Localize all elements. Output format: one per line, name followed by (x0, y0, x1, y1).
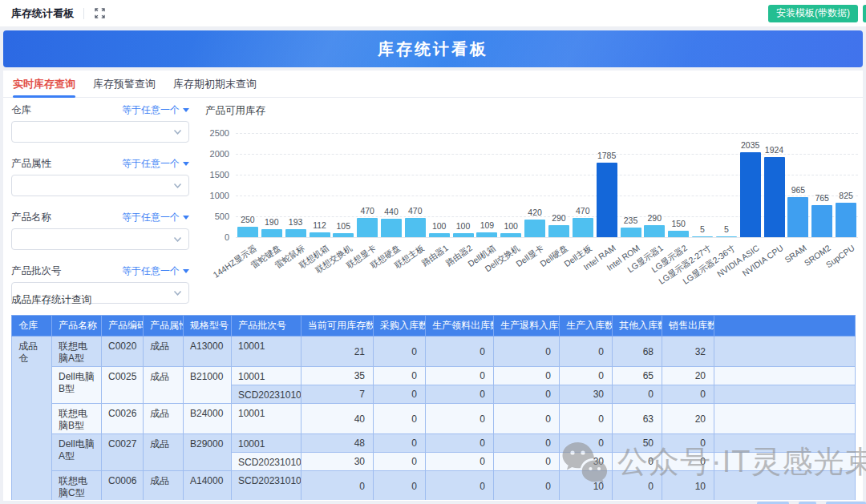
bar-LG显示器1[interactable] (644, 225, 665, 237)
quantity-cell: 21 (301, 337, 374, 367)
filter-label: 产品属性 (11, 157, 51, 171)
tab-label: 实时库存查询 (13, 77, 75, 91)
bar-value-label: 5 (724, 224, 729, 234)
warehouse-select[interactable] (11, 121, 189, 143)
bar-value-label: 100 (504, 221, 518, 231)
bar-NVIDIA ASIC[interactable] (740, 152, 761, 237)
quantity-cell: 0 (374, 471, 426, 501)
bar-SupCPU[interactable] (836, 203, 856, 237)
table-row[interactable]: 联想电脑B型C0026成品B24000100014000006320 (12, 404, 856, 434)
quantity-cell: 0 (426, 453, 494, 471)
table-row[interactable]: 联想电脑C型C0006成品A14000SCD202310100010000100… (12, 471, 856, 501)
bar-value-label: 1785 (597, 151, 616, 160)
bar-LG显示器2[interactable] (668, 231, 689, 237)
quantity-cell: 0 (560, 337, 613, 367)
filter-operator-dropdown[interactable]: 等于任意一个 (122, 103, 189, 117)
product-name-cell: 联想电脑C型 (52, 471, 102, 501)
quantity-cell: 10 (560, 471, 613, 501)
spec-cell: B24000 (184, 404, 232, 434)
bar-SROM2[interactable] (811, 205, 832, 237)
bar-Intel ROM[interactable] (621, 228, 641, 237)
filter-operator-dropdown[interactable]: 等于任意一个 (122, 211, 189, 224)
bar-联想主板[interactable] (405, 218, 426, 237)
quantity-cell: 0 (494, 434, 560, 453)
bar-Intel RAM[interactable] (597, 163, 617, 237)
filter-operator-dropdown[interactable]: 等于任意一个 (122, 264, 189, 278)
bar-value-label: 470 (408, 206, 423, 216)
chevron-down-icon (173, 183, 182, 189)
inventory-dashboard-screen: 库存统计看板 安装模板(带数据) 库存统计看板 实时库存查询 库存预警查询 (0, 0, 866, 504)
filter-operator-dropdown[interactable]: 等于任意一个 (122, 157, 189, 171)
column-header (714, 316, 856, 337)
bar-联想交换机[interactable] (333, 233, 354, 237)
spec-cell: B21000 (184, 367, 232, 404)
quantity-cell: 0 (374, 337, 426, 367)
filler-cell (714, 434, 856, 453)
table-row[interactable]: Dell电脑A型C0027成品B2900010001480000500 (12, 434, 856, 453)
product-attr-cell: 成品 (144, 471, 184, 501)
table-row[interactable]: 成品仓联想电脑A型C0020成品A13000100012100006832 (12, 337, 856, 367)
tab-inventory-warning[interactable]: 库存预警查询 (91, 71, 157, 98)
operator-label: 等于任意一个 (122, 103, 180, 117)
chevron-down-icon (173, 290, 182, 296)
product-name-select[interactable] (11, 228, 189, 250)
bar-value-label: 5 (700, 224, 705, 234)
bar-Dell主板[interactable] (573, 218, 593, 237)
quantity-cell: 0 (494, 404, 560, 434)
bar-Dell硬盘[interactable] (548, 225, 569, 237)
bar-联想显卡[interactable] (357, 218, 378, 237)
bar-Dell交换机[interactable] (500, 233, 521, 237)
product-name-cell: 联想电脑B型 (52, 404, 102, 434)
bar-value-label: 100 (432, 221, 447, 231)
quantity-cell: 32 (662, 337, 714, 367)
quantity-cell: 48 (301, 434, 374, 453)
fullscreen-button[interactable] (92, 6, 107, 21)
quantity-cell: 0 (374, 434, 426, 453)
bar-value-label: 470 (576, 206, 590, 216)
bar-value-label: 420 (528, 208, 542, 217)
bar-value-label: 150 (671, 219, 686, 228)
bar-LG显示器2-36寸[interactable] (716, 236, 737, 237)
bar-LG显示器2-27寸[interactable] (692, 236, 713, 237)
filler-cell (714, 385, 856, 404)
bar-value-label: 470 (360, 206, 374, 216)
quantity-cell: 0 (426, 471, 494, 501)
bar-联想硬盘[interactable] (381, 219, 402, 237)
bar-联想机箱[interactable] (310, 232, 330, 237)
bar-Dell机箱[interactable] (476, 232, 497, 237)
bar-144HZ显示器[interactable] (237, 227, 258, 237)
quantity-cell: 0 (426, 434, 494, 453)
install-template-button[interactable]: 安装模板(带数据) (768, 5, 858, 22)
table-row[interactable]: Dell电脑B型C0025成品B21000100013500006520 (12, 367, 856, 385)
edge-button-fragment[interactable] (863, 5, 866, 22)
active-tab-underline (13, 95, 75, 98)
spec-cell: B29000 (184, 434, 232, 471)
quantity-cell: 30 (301, 453, 374, 471)
y-axis-tick: 2000 (200, 149, 229, 159)
bar-value-label: 2035 (741, 140, 759, 150)
bar-Dell显卡[interactable] (524, 220, 545, 237)
y-axis-tick: 2500 (200, 128, 229, 138)
bar-NVIDIA CPU[interactable] (764, 157, 785, 237)
filter-warehouse: 仓库 等于任意一个 (11, 104, 189, 143)
product-code-cell: C0025 (102, 367, 144, 404)
quantity-cell: 20 (662, 404, 714, 434)
bar-雷蛇鼠标[interactable] (285, 229, 306, 237)
quantity-cell: 0 (560, 434, 613, 453)
tab-period-begin-end[interactable]: 库存期初期末查询 (172, 71, 258, 98)
bar-路由器1[interactable] (429, 233, 450, 237)
quantity-cell: 40 (301, 404, 374, 434)
available-stock-chart: 产品可用库存 05001000150020002500250144HZ显示器19… (200, 103, 863, 292)
column-header: 规格型号 (184, 316, 232, 337)
bar-路由器2[interactable] (453, 233, 474, 237)
product-name-cell: 联想电脑A型 (52, 337, 102, 367)
bar-雷蛇键盘[interactable] (261, 229, 282, 237)
bar-SRAM[interactable] (787, 197, 808, 237)
product-attr-select[interactable] (11, 175, 189, 196)
filler-cell (714, 471, 856, 501)
y-axis-tick: 1500 (200, 170, 229, 179)
quantity-cell: 0 (426, 404, 494, 434)
tab-label: 库存预警查询 (93, 77, 156, 91)
filter-product-name: 产品名称 等于任意一个 (11, 212, 189, 250)
tab-realtime-inventory[interactable]: 实时库存查询 (11, 71, 77, 98)
